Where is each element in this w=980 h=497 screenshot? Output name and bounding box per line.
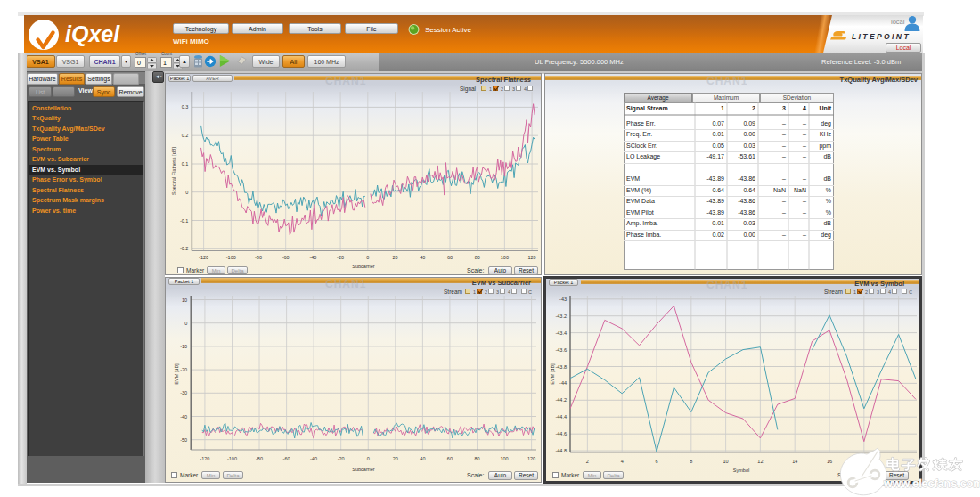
svg-text:-44.2: -44.2 (555, 397, 567, 403)
svg-text:10: 10 (723, 459, 729, 464)
svg-text:14: 14 (792, 459, 797, 464)
svg-text:2: 2 (586, 459, 589, 464)
svg-text:4: 4 (621, 459, 624, 464)
svg-text:-44.8: -44.8 (555, 448, 567, 453)
svg-text:-43.2: -43.2 (555, 314, 567, 319)
svg-text:12: 12 (757, 459, 763, 464)
svg-text:8: 8 (690, 459, 692, 464)
svg-text:6: 6 (655, 459, 657, 464)
svg-text:Symbol: Symbol (733, 468, 749, 473)
svg-text:-43: -43 (559, 297, 567, 302)
svg-text:-44.4: -44.4 (555, 414, 567, 420)
svg-text:-43.8: -43.8 (555, 364, 567, 370)
svg-text:-44.6: -44.6 (555, 431, 567, 436)
svg-text:-43.6: -43.6 (555, 347, 567, 353)
svg-text:www.elecfans.com: www.elecfans.com (883, 477, 980, 490)
svg-text:EVM [dB]: EVM [dB] (550, 363, 555, 385)
svg-text:-44: -44 (559, 380, 567, 386)
svg-text:-43.4: -43.4 (555, 330, 567, 336)
